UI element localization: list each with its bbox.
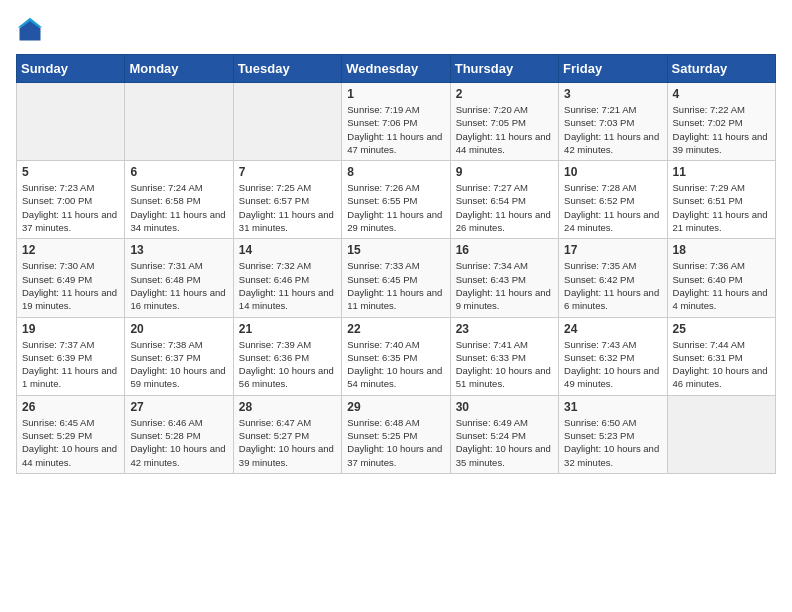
calendar-cell: 28Sunrise: 6:47 AM Sunset: 5:27 PM Dayli…: [233, 395, 341, 473]
calendar-cell: 2Sunrise: 7:20 AM Sunset: 7:05 PM Daylig…: [450, 83, 558, 161]
calendar-cell: 30Sunrise: 6:49 AM Sunset: 5:24 PM Dayli…: [450, 395, 558, 473]
day-content: Sunrise: 7:29 AM Sunset: 6:51 PM Dayligh…: [673, 181, 770, 234]
calendar-cell: 6Sunrise: 7:24 AM Sunset: 6:58 PM Daylig…: [125, 161, 233, 239]
calendar-header-row: SundayMondayTuesdayWednesdayThursdayFrid…: [17, 55, 776, 83]
calendar-cell: 29Sunrise: 6:48 AM Sunset: 5:25 PM Dayli…: [342, 395, 450, 473]
calendar-cell: 23Sunrise: 7:41 AM Sunset: 6:33 PM Dayli…: [450, 317, 558, 395]
day-number: 24: [564, 322, 661, 336]
day-content: Sunrise: 7:28 AM Sunset: 6:52 PM Dayligh…: [564, 181, 661, 234]
calendar-week-row: 26Sunrise: 6:45 AM Sunset: 5:29 PM Dayli…: [17, 395, 776, 473]
page-header: [16, 16, 776, 44]
day-content: Sunrise: 7:43 AM Sunset: 6:32 PM Dayligh…: [564, 338, 661, 391]
calendar-cell: 11Sunrise: 7:29 AM Sunset: 6:51 PM Dayli…: [667, 161, 775, 239]
calendar-day-header: Saturday: [667, 55, 775, 83]
calendar-cell: 8Sunrise: 7:26 AM Sunset: 6:55 PM Daylig…: [342, 161, 450, 239]
calendar-cell: 26Sunrise: 6:45 AM Sunset: 5:29 PM Dayli…: [17, 395, 125, 473]
day-number: 16: [456, 243, 553, 257]
day-content: Sunrise: 7:24 AM Sunset: 6:58 PM Dayligh…: [130, 181, 227, 234]
day-number: 7: [239, 165, 336, 179]
day-content: Sunrise: 7:40 AM Sunset: 6:35 PM Dayligh…: [347, 338, 444, 391]
calendar-day-header: Monday: [125, 55, 233, 83]
calendar-day-header: Tuesday: [233, 55, 341, 83]
day-content: Sunrise: 7:35 AM Sunset: 6:42 PM Dayligh…: [564, 259, 661, 312]
calendar-day-header: Wednesday: [342, 55, 450, 83]
logo-icon: [16, 16, 44, 44]
calendar-week-row: 12Sunrise: 7:30 AM Sunset: 6:49 PM Dayli…: [17, 239, 776, 317]
day-number: 2: [456, 87, 553, 101]
calendar-day-header: Friday: [559, 55, 667, 83]
day-number: 13: [130, 243, 227, 257]
day-number: 27: [130, 400, 227, 414]
day-number: 3: [564, 87, 661, 101]
day-number: 12: [22, 243, 119, 257]
day-content: Sunrise: 7:26 AM Sunset: 6:55 PM Dayligh…: [347, 181, 444, 234]
calendar-week-row: 5Sunrise: 7:23 AM Sunset: 7:00 PM Daylig…: [17, 161, 776, 239]
calendar-day-header: Thursday: [450, 55, 558, 83]
calendar-cell: 19Sunrise: 7:37 AM Sunset: 6:39 PM Dayli…: [17, 317, 125, 395]
calendar-cell: 7Sunrise: 7:25 AM Sunset: 6:57 PM Daylig…: [233, 161, 341, 239]
day-number: 11: [673, 165, 770, 179]
day-number: 30: [456, 400, 553, 414]
day-content: Sunrise: 7:19 AM Sunset: 7:06 PM Dayligh…: [347, 103, 444, 156]
calendar-cell: 22Sunrise: 7:40 AM Sunset: 6:35 PM Dayli…: [342, 317, 450, 395]
day-number: 28: [239, 400, 336, 414]
calendar-cell: 10Sunrise: 7:28 AM Sunset: 6:52 PM Dayli…: [559, 161, 667, 239]
day-number: 19: [22, 322, 119, 336]
calendar-cell: 1Sunrise: 7:19 AM Sunset: 7:06 PM Daylig…: [342, 83, 450, 161]
day-number: 31: [564, 400, 661, 414]
calendar-week-row: 19Sunrise: 7:37 AM Sunset: 6:39 PM Dayli…: [17, 317, 776, 395]
calendar-cell: 4Sunrise: 7:22 AM Sunset: 7:02 PM Daylig…: [667, 83, 775, 161]
calendar-cell: [17, 83, 125, 161]
day-number: 22: [347, 322, 444, 336]
calendar-cell: 27Sunrise: 6:46 AM Sunset: 5:28 PM Dayli…: [125, 395, 233, 473]
day-content: Sunrise: 7:23 AM Sunset: 7:00 PM Dayligh…: [22, 181, 119, 234]
day-number: 18: [673, 243, 770, 257]
day-number: 29: [347, 400, 444, 414]
calendar-cell: [125, 83, 233, 161]
day-content: Sunrise: 7:22 AM Sunset: 7:02 PM Dayligh…: [673, 103, 770, 156]
day-content: Sunrise: 7:41 AM Sunset: 6:33 PM Dayligh…: [456, 338, 553, 391]
calendar-day-header: Sunday: [17, 55, 125, 83]
day-content: Sunrise: 7:30 AM Sunset: 6:49 PM Dayligh…: [22, 259, 119, 312]
day-content: Sunrise: 6:48 AM Sunset: 5:25 PM Dayligh…: [347, 416, 444, 469]
day-number: 15: [347, 243, 444, 257]
calendar-cell: 25Sunrise: 7:44 AM Sunset: 6:31 PM Dayli…: [667, 317, 775, 395]
day-content: Sunrise: 6:49 AM Sunset: 5:24 PM Dayligh…: [456, 416, 553, 469]
day-number: 6: [130, 165, 227, 179]
calendar-cell: 13Sunrise: 7:31 AM Sunset: 6:48 PM Dayli…: [125, 239, 233, 317]
calendar-cell: 20Sunrise: 7:38 AM Sunset: 6:37 PM Dayli…: [125, 317, 233, 395]
day-content: Sunrise: 6:50 AM Sunset: 5:23 PM Dayligh…: [564, 416, 661, 469]
calendar-cell: [233, 83, 341, 161]
day-number: 17: [564, 243, 661, 257]
calendar-cell: 9Sunrise: 7:27 AM Sunset: 6:54 PM Daylig…: [450, 161, 558, 239]
day-number: 20: [130, 322, 227, 336]
day-number: 10: [564, 165, 661, 179]
calendar-cell: 14Sunrise: 7:32 AM Sunset: 6:46 PM Dayli…: [233, 239, 341, 317]
calendar-cell: 12Sunrise: 7:30 AM Sunset: 6:49 PM Dayli…: [17, 239, 125, 317]
day-content: Sunrise: 7:31 AM Sunset: 6:48 PM Dayligh…: [130, 259, 227, 312]
calendar-cell: 3Sunrise: 7:21 AM Sunset: 7:03 PM Daylig…: [559, 83, 667, 161]
calendar-week-row: 1Sunrise: 7:19 AM Sunset: 7:06 PM Daylig…: [17, 83, 776, 161]
day-content: Sunrise: 6:46 AM Sunset: 5:28 PM Dayligh…: [130, 416, 227, 469]
day-content: Sunrise: 7:21 AM Sunset: 7:03 PM Dayligh…: [564, 103, 661, 156]
day-number: 21: [239, 322, 336, 336]
calendar-cell: 24Sunrise: 7:43 AM Sunset: 6:32 PM Dayli…: [559, 317, 667, 395]
calendar-cell: 17Sunrise: 7:35 AM Sunset: 6:42 PM Dayli…: [559, 239, 667, 317]
calendar-cell: 5Sunrise: 7:23 AM Sunset: 7:00 PM Daylig…: [17, 161, 125, 239]
day-number: 14: [239, 243, 336, 257]
calendar-cell: 31Sunrise: 6:50 AM Sunset: 5:23 PM Dayli…: [559, 395, 667, 473]
day-content: Sunrise: 7:25 AM Sunset: 6:57 PM Dayligh…: [239, 181, 336, 234]
svg-marker-0: [20, 20, 41, 41]
day-number: 5: [22, 165, 119, 179]
calendar-cell: 21Sunrise: 7:39 AM Sunset: 6:36 PM Dayli…: [233, 317, 341, 395]
day-content: Sunrise: 7:36 AM Sunset: 6:40 PM Dayligh…: [673, 259, 770, 312]
day-content: Sunrise: 7:32 AM Sunset: 6:46 PM Dayligh…: [239, 259, 336, 312]
day-content: Sunrise: 6:47 AM Sunset: 5:27 PM Dayligh…: [239, 416, 336, 469]
day-content: Sunrise: 7:44 AM Sunset: 6:31 PM Dayligh…: [673, 338, 770, 391]
day-content: Sunrise: 7:34 AM Sunset: 6:43 PM Dayligh…: [456, 259, 553, 312]
calendar-cell: 18Sunrise: 7:36 AM Sunset: 6:40 PM Dayli…: [667, 239, 775, 317]
calendar-cell: 16Sunrise: 7:34 AM Sunset: 6:43 PM Dayli…: [450, 239, 558, 317]
day-number: 4: [673, 87, 770, 101]
day-number: 9: [456, 165, 553, 179]
day-content: Sunrise: 6:45 AM Sunset: 5:29 PM Dayligh…: [22, 416, 119, 469]
